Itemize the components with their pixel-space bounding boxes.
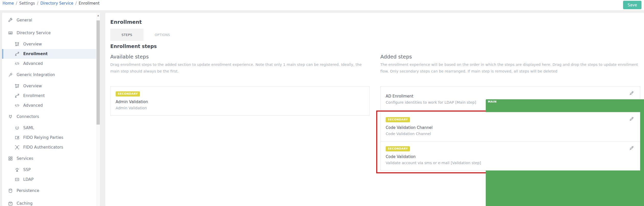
ring-dot-icon [15,126,19,130]
added-steps-column: Added steps The enrollment experience wi… [380,54,640,173]
sidebar-item-services[interactable]: Services [2,152,96,165]
sidebar-item-label: Caching [17,201,33,206]
edit-step-button[interactable] [629,116,634,122]
tab-steps[interactable]: STEPS [110,29,143,41]
pencil-icon [629,90,634,95]
sidebar-item-label: Enrollment [23,93,45,98]
sidebar-item-caching[interactable]: Caching [2,197,96,206]
available-steps-description: Drag enrollment steps to the added secti… [110,61,370,75]
status-badge: SECONDARY [386,146,410,151]
sidebar-item-label: Enrollment [23,52,48,56]
code-icon [15,103,19,108]
edit-step-button[interactable] [629,145,634,151]
breadcrumb: Home / Settings / Directory Service / En… [3,1,100,6]
sidebar-item-label: LDAP [23,177,33,182]
sidebar-item-label: Advanced [23,103,43,108]
sidebar-item-label: Overview [23,84,42,88]
sidebar-item-ds-overview[interactable]: Overview [2,39,96,49]
sidebar-item-ssp[interactable]: SSP [2,165,96,175]
sidebar-item-fido-relying-parties[interactable]: FIDO Relying Parties [2,133,96,142]
sidebar-item-directory-service[interactable]: AD Directory Service [2,27,96,39]
breadcrumb-home[interactable]: Home [3,1,14,6]
main-panel: Enrollment STEPS OPTIONS Enrollment step… [105,13,644,206]
breadcrumb-directory-service[interactable]: Directory Service [40,1,73,6]
breadcrumb-enrollment: Enrollment [79,1,100,6]
sidebar-item-ds-advanced[interactable]: Advanced [2,59,96,68]
pencil-icon [629,116,634,121]
sidebar-item-gi-overview[interactable]: Overview [2,81,96,91]
sidebar-item-ldap[interactable]: LDAP [2,175,96,184]
code-icon [15,61,19,66]
ad-badge-icon: AD [8,31,13,35]
enrollment-steps-icon [15,93,19,98]
highlight-rectangle: SECONDARY Code Validation Channel Code V… [376,111,643,173]
sidebar-item-label: Overview [23,42,42,46]
scroll-up-arrow-icon[interactable]: ▲ [96,14,100,17]
step-card-title: Code Validation Channel [386,125,635,130]
step-card-code-validation-channel[interactable]: SECONDARY Code Validation Channel Code V… [380,112,640,141]
step-card-ad-enrollment[interactable]: MAIN AD Enrollment Configure identities … [380,86,640,110]
breadcrumb-separator: / [16,1,17,6]
home-person-icon [15,167,19,172]
step-card-description: Validate account via sms or e-mail [Vali… [386,161,635,165]
integration-plug-icon [8,72,13,77]
sidebar-item-label: Directory Service [17,31,51,35]
id-card-icon [15,177,19,182]
save-button[interactable]: Save [623,1,641,9]
sidebar-item-general[interactable]: General [2,14,96,27]
sidebar-scrollbar[interactable]: ▲ [96,13,100,206]
sidebar-item-label: General [17,18,32,22]
status-badge: SECONDARY [116,91,140,96]
sidebar-item-gi-enrollment[interactable]: Enrollment [2,91,96,101]
section-title: Enrollment steps [110,43,644,49]
breadcrumb-separator: / [37,1,38,6]
sidebar-item-gi-advanced[interactable]: Advanced [2,101,96,110]
app-window: Home / Settings / Directory Service / En… [0,0,644,206]
page-title: Enrollment [110,19,644,25]
step-card-admin-validation[interactable]: SECONDARY Admin Validation Admin Validat… [110,86,370,116]
step-card-title: Code Validation [386,154,635,159]
sidebar-item-label: Connectors [17,114,39,119]
step-card-title: Admin Validation [116,100,364,104]
available-steps-heading: Available steps [110,54,370,60]
box-icon [8,201,13,206]
network-nodes-icon [15,84,19,88]
sidebar-item-label: SAML [23,126,34,130]
sidebar-item-label: Advanced [23,61,43,66]
network-nodes-icon [15,42,19,46]
sidebar-item-label: Generic Integration [17,72,55,77]
sidebar-item-fido-authenticators[interactable]: FIDO Authenticators [2,142,96,152]
sidebar-scrollbar-thumb[interactable] [96,20,100,125]
added-steps-description: The enrollment experience will be based … [380,61,640,75]
sidebar-item-label: FIDO Authenticators [23,145,63,150]
sidebar-item-label: Services [17,156,33,161]
tab-options[interactable]: OPTIONS [143,29,181,41]
pencil-icon [629,145,634,150]
step-card-description: Admin Validation [116,106,364,110]
enrollment-steps-icon [15,52,19,56]
sidebar-item-persistence[interactable]: Persistence [2,184,96,197]
grid-icon [8,156,13,161]
added-steps-list: MAIN AD Enrollment Configure identities … [380,86,640,173]
edit-step-button[interactable] [629,90,634,96]
available-steps-list: SECONDARY Admin Validation Admin Validat… [110,86,370,116]
step-card-code-validation[interactable]: SECONDARY Code Validation Validate accou… [380,141,640,171]
step-card-title: AD Enrollment [386,94,635,99]
available-steps-column: Available steps Drag enrollment steps to… [110,54,370,116]
status-badge: SECONDARY [386,117,410,122]
person-scan-icon [15,145,19,150]
sidebar-item-ds-enrollment[interactable]: Enrollment [2,49,96,59]
sidebar-item-saml[interactable]: SAML [2,123,96,133]
sidebar-item-generic-integration[interactable]: Generic Integration [2,68,96,81]
settings-sidebar: General AD Directory Service Overview En… [2,13,100,206]
database-icon [8,188,13,193]
added-steps-heading: Added steps [380,54,640,60]
svg-text:AD: AD [9,32,12,34]
sidebar-item-connectors[interactable]: Connectors [2,110,96,123]
tab-bar: STEPS OPTIONS [110,29,644,41]
top-bar: Home / Settings / Directory Service / En… [0,0,644,10]
breadcrumb-separator: / [75,1,77,6]
step-card-description: Code Validation Channel [386,132,635,136]
sidebar-item-label: FIDO Relying Parties [23,135,63,140]
sidebar-item-label: SSP [23,167,31,172]
